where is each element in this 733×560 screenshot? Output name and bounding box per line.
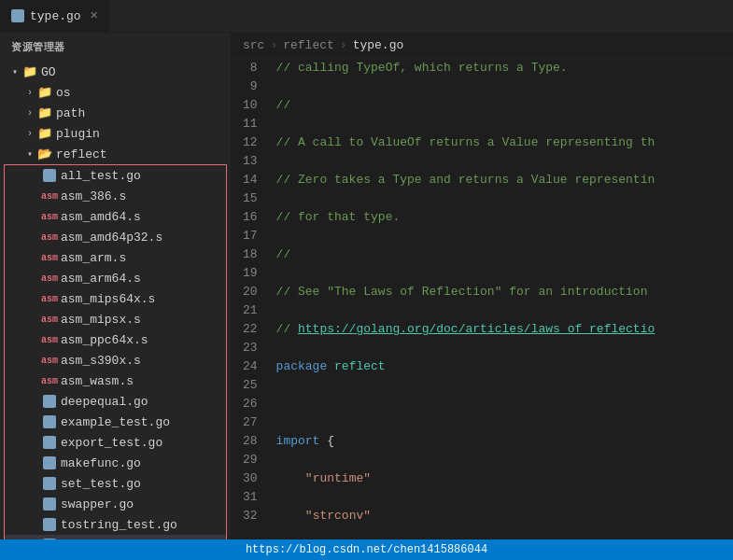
sidebar-item-example-test[interactable]: example_test.go <box>5 412 226 432</box>
asm-file-icon-mips64x: asm <box>42 292 57 305</box>
code-content[interactable]: 8 9 10 11 12 13 14 15 16 17 18 19 20 21 … <box>232 59 733 539</box>
asm-file-icon: asm <box>42 189 57 203</box>
sidebar-item-asm-mipsx[interactable]: asm asm_mipsx.s <box>5 309 226 329</box>
chevron-right-icon-path: › <box>22 108 37 119</box>
sidebar-item-asm-386-label: asm_386.s <box>61 189 126 203</box>
breadcrumb: src › reflect › type.go <box>232 33 733 59</box>
sidebar-item-export-test-label: export_test.go <box>61 436 162 450</box>
sidebar-item-asm-arm64-label: asm_arm64.s <box>61 272 141 286</box>
folder-reflect-open-icon: 📂 <box>37 147 52 161</box>
sidebar-item-go-root[interactable]: ▾ 📁 GO <box>0 62 231 82</box>
breadcrumb-current: type.go <box>353 38 404 52</box>
asm-file-icon-mipsx: asm <box>42 313 57 326</box>
sidebar-item-all-test-go-label: all_test.go <box>61 169 141 183</box>
go-file-icon <box>42 169 57 182</box>
sidebar-item-asm-amd64-label: asm_amd64.s <box>61 210 141 224</box>
go-file-icon-example <box>42 415 57 428</box>
sidebar-item-tostring-test[interactable]: tostring_test.go <box>5 514 226 535</box>
tab-label: type.go <box>30 9 81 23</box>
sidebar-item-go-label: GO <box>41 65 56 79</box>
asm-file-icon-wasm: asm <box>42 374 57 387</box>
go-file-icon-deepequal <box>42 395 57 408</box>
sidebar-item-export-test[interactable]: export_test.go <box>5 432 226 453</box>
chevron-down-icon-reflect: ▾ <box>22 148 37 160</box>
sidebar-item-tostring-test-label: tostring_test.go <box>61 518 177 532</box>
sidebar-item-swapper[interactable]: swapper.go <box>5 494 226 514</box>
sidebar-item-deepequal-label: deepequal.go <box>61 395 148 409</box>
breadcrumb-src: src <box>243 38 264 52</box>
tab-close-button[interactable]: × <box>91 8 98 23</box>
folder-plugin-icon: 📁 <box>37 127 52 140</box>
sidebar-item-asm-ppc64x-label: asm_ppc64x.s <box>61 333 148 347</box>
reflect-files-group: all_test.go asm asm_386.s asm asm_ <box>4 164 227 539</box>
sidebar-item-all-test-go[interactable]: all_test.go <box>5 165 226 186</box>
breadcrumb-sep-2: › <box>340 38 347 52</box>
tab-file-icon <box>11 9 24 22</box>
folder-path-icon: 📁 <box>37 106 52 119</box>
asm-file-icon-ppc64x: asm <box>42 333 57 346</box>
tab-bar: type.go × <box>0 0 733 33</box>
sidebar-item-os[interactable]: › 📁 os <box>0 82 231 103</box>
sidebar-item-makefunc-label: makefunc.go <box>61 456 141 470</box>
asm-file-icon-s390x: asm <box>42 354 57 367</box>
bottom-bar: https://blog.csdn.net/chen1415886044 <box>0 539 733 560</box>
breadcrumb-reflect: reflect <box>283 38 334 52</box>
go-file-icon-set <box>42 477 57 490</box>
sidebar-item-os-label: os <box>56 86 71 100</box>
sidebar-item-asm-mips64x-label: asm_mips64x.s <box>61 292 155 306</box>
sidebar-item-plugin[interactable]: › 📁 plugin <box>0 123 231 144</box>
go-file-icon-makefunc <box>42 456 57 469</box>
sidebar-item-asm-arm-label: asm_arm.s <box>61 251 126 265</box>
sidebar-item-asm-amd64p32-label: asm_amd64p32.s <box>61 231 162 245</box>
sidebar-item-path[interactable]: › 📁 path <box>0 103 231 123</box>
sidebar-item-set-test[interactable]: set_test.go <box>5 473 226 494</box>
sidebar-item-asm-amd64p32[interactable]: asm asm_amd64p32.s <box>5 227 226 247</box>
chevron-down-icon: ▾ <box>7 66 22 77</box>
sidebar-item-asm-s390x[interactable]: asm asm_s390x.s <box>5 350 226 371</box>
bottom-bar-url: https://blog.csdn.net/chen1415886044 <box>246 543 487 556</box>
chevron-right-icon: › <box>22 88 37 98</box>
sidebar-item-asm-s390x-label: asm_s390x.s <box>61 354 141 368</box>
sidebar-item-example-test-label: example_test.go <box>61 415 170 429</box>
sidebar-item-makefunc[interactable]: makefunc.go <box>5 453 226 473</box>
sidebar-item-reflect-label: reflect <box>56 147 107 161</box>
sidebar-item-asm-wasm[interactable]: asm asm_wasm.s <box>5 371 226 391</box>
sidebar-item-swapper-label: swapper.go <box>61 497 134 511</box>
folder-os-icon: 📁 <box>37 86 52 99</box>
go-file-icon-tostring <box>42 518 57 531</box>
sidebar-item-asm-386[interactable]: asm asm_386.s <box>5 186 226 206</box>
sidebar: 资源管理器 ▾ 📁 GO › 📁 os <box>0 33 232 539</box>
line-numbers: 8 9 10 11 12 13 14 15 16 17 18 19 20 21 … <box>232 59 269 539</box>
asm-file-icon-arm64: asm <box>42 272 57 285</box>
sidebar-item-asm-wasm-label: asm_wasm.s <box>61 374 134 388</box>
asm-file-icon-arm: asm <box>42 251 57 264</box>
sidebar-item-asm-ppc64x[interactable]: asm asm_ppc64x.s <box>5 329 226 350</box>
breadcrumb-sep-1: › <box>270 38 277 52</box>
code-editor[interactable]: // calling TypeOf, which returns a Type.… <box>269 59 733 539</box>
go-file-icon-swapper <box>42 497 57 511</box>
sidebar-item-asm-amd64[interactable]: asm asm_amd64.s <box>5 206 226 227</box>
sidebar-item-set-test-label: set_test.go <box>61 477 141 491</box>
go-file-icon-export <box>42 436 57 449</box>
asm-file-icon-amd64: asm <box>42 210 57 223</box>
sidebar-item-reflect[interactable]: ▾ 📂 reflect <box>0 144 231 164</box>
sidebar-tree[interactable]: ▾ 📁 GO › 📁 os › 📁 <box>0 62 231 539</box>
sidebar-header: 资源管理器 <box>0 33 231 62</box>
code-area: src › reflect › type.go 8 9 10 11 12 13 … <box>232 33 733 539</box>
chevron-right-icon-plugin: › <box>22 129 37 139</box>
sidebar-item-asm-mipsx-label: asm_mipsx.s <box>61 313 141 327</box>
asm-file-icon-amd64p32: asm <box>42 231 57 244</box>
sidebar-item-asm-arm64[interactable]: asm asm_arm64.s <box>5 268 226 288</box>
sidebar-item-asm-mips64x[interactable]: asm asm_mips64x.s <box>5 288 226 309</box>
main-layout: 资源管理器 ▾ 📁 GO › 📁 os <box>0 33 733 539</box>
sidebar-item-plugin-label: plugin <box>56 127 100 141</box>
folder-go-icon: 📁 <box>22 65 37 78</box>
sidebar-item-deepequal[interactable]: deepequal.go <box>5 391 226 412</box>
tab-type-go[interactable]: type.go × <box>0 0 110 32</box>
sidebar-item-path-label: path <box>56 106 85 120</box>
sidebar-item-asm-arm[interactable]: asm asm_arm.s <box>5 247 226 268</box>
